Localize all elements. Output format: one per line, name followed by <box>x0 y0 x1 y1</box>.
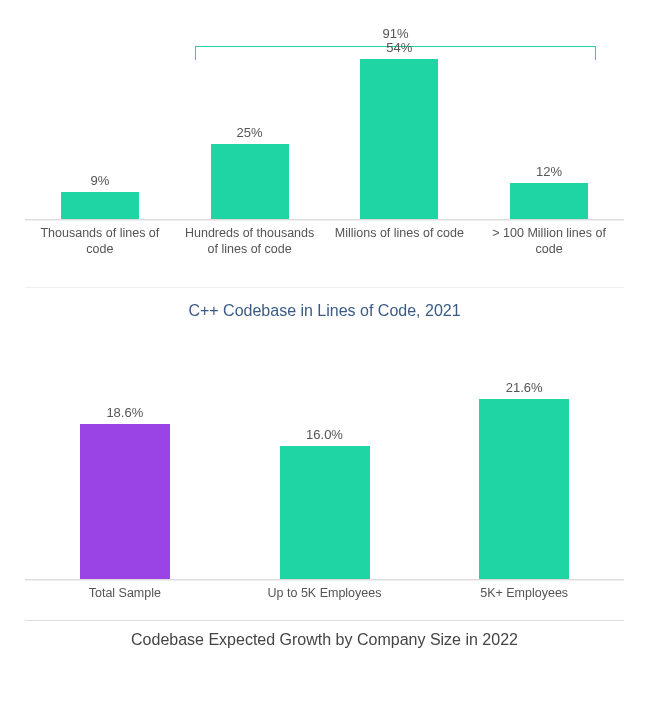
x-axis-labels: Thousands of lines of code Hundreds of t… <box>25 226 624 257</box>
bar-value-label: 18.6% <box>106 405 143 420</box>
x-label: > 100 Million lines of code <box>474 226 624 257</box>
bar-value-label: 25% <box>237 125 263 140</box>
bar <box>479 399 569 580</box>
bar-slot: 9% <box>25 40 175 219</box>
plot-area-2: 18.6% 16.0% 21.6% <box>25 370 624 580</box>
bar-slot: 21.6% <box>424 370 624 579</box>
x-label: Total Sample <box>25 586 225 602</box>
bar <box>510 183 588 219</box>
bar-value-label: 54% <box>386 40 412 55</box>
bar-value-label: 16.0% <box>306 427 343 442</box>
x-label: 5K+ Employees <box>424 586 624 602</box>
bar <box>80 424 170 579</box>
bar <box>211 144 289 219</box>
x-label: Thousands of lines of code <box>25 226 175 257</box>
chart-title-2: Codebase Expected Growth by Company Size… <box>25 620 624 649</box>
annotation-label: 91% <box>195 26 596 41</box>
x-label: Up to 5K Employees <box>225 586 425 602</box>
bar-slot: 54% <box>325 40 475 219</box>
x-axis-labels: Total Sample Up to 5K Employees 5K+ Empl… <box>25 586 624 602</box>
chart-codebase-size: 91% 9% 25% 54% 12% Thousands of lines of… <box>25 40 624 320</box>
bar-slot: 16.0% <box>225 370 425 579</box>
plot-area-1: 9% 25% 54% 12% <box>25 40 624 220</box>
x-label: Millions of lines of code <box>325 226 475 257</box>
bar-value-label: 9% <box>90 173 109 188</box>
bar <box>61 192 139 219</box>
bar-value-label: 21.6% <box>506 380 543 395</box>
bar-slot: 25% <box>175 40 325 219</box>
bar-slot: 18.6% <box>25 370 225 579</box>
bar <box>280 446 370 580</box>
chart-title-1: C++ Codebase in Lines of Code, 2021 <box>25 287 624 320</box>
chart-expected-growth: 18.6% 16.0% 21.6% Total Sample Up to 5K … <box>25 370 624 649</box>
bar-slot: 12% <box>474 40 624 219</box>
bar <box>360 59 438 219</box>
x-label: Hundreds of thousands of lines of code <box>175 226 325 257</box>
bar-value-label: 12% <box>536 164 562 179</box>
